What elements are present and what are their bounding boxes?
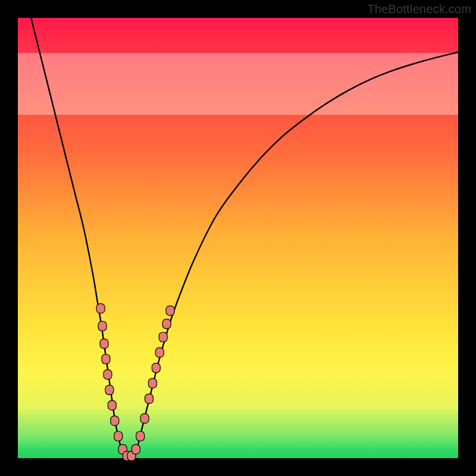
watermark-text: TheBottleneck.com xyxy=(367,2,471,16)
data-marker xyxy=(131,444,140,454)
curve-svg xyxy=(18,18,458,458)
data-marker xyxy=(114,431,123,441)
plot-area xyxy=(18,18,458,458)
markers-group xyxy=(96,303,174,461)
bottleneck-curve-path xyxy=(31,18,458,459)
data-marker xyxy=(166,306,174,315)
data-marker xyxy=(96,303,105,313)
data-marker xyxy=(111,416,119,425)
data-marker xyxy=(140,414,149,423)
data-marker xyxy=(100,339,108,349)
data-marker xyxy=(98,321,107,331)
data-marker xyxy=(155,347,164,357)
chart-frame: TheBottleneck.com xyxy=(0,0,476,476)
data-marker xyxy=(105,385,114,394)
data-marker xyxy=(104,369,112,379)
data-marker xyxy=(148,378,156,388)
data-marker xyxy=(102,355,110,364)
data-marker xyxy=(152,363,160,372)
data-marker xyxy=(108,400,116,410)
data-marker xyxy=(162,319,171,328)
data-marker xyxy=(159,333,167,342)
data-marker xyxy=(136,431,145,441)
data-marker xyxy=(145,394,154,403)
